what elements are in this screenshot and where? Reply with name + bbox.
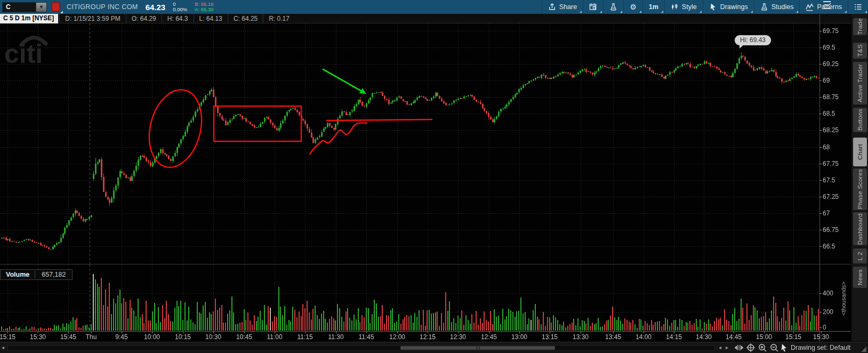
time-label: 14:30 bbox=[696, 333, 712, 341]
settings-button[interactable]: ⚙ bbox=[623, 0, 642, 14]
quick-study-button[interactable] bbox=[603, 0, 623, 14]
volume-tick-label: 200 bbox=[823, 308, 833, 316]
time-label: 15:45 bbox=[60, 333, 76, 341]
sidebar-tab-buttons[interactable]: Buttons bbox=[853, 108, 867, 132]
price-tick-dash bbox=[819, 164, 822, 164]
drawing-set-label[interactable]: Drawing set: Default bbox=[791, 344, 851, 351]
price-tick-label: 68 bbox=[823, 143, 830, 151]
pan-tool-icon[interactable] bbox=[734, 343, 744, 352]
chart-scrollbar-track[interactable] bbox=[7, 345, 714, 351]
crosshair-tool-icon[interactable] bbox=[746, 343, 756, 352]
last-price: 64.23 bbox=[146, 3, 166, 12]
chart-line-settings-icon[interactable] bbox=[822, 1, 832, 10]
time-label: 12:00 bbox=[389, 333, 405, 341]
bid-ask-stack: B: 65.16 A: 65.30 bbox=[195, 2, 213, 13]
time-label: 13:00 bbox=[511, 333, 527, 341]
bottom-toolbar: ◂ ◂ ▸ Drawing set: Default bbox=[0, 342, 868, 353]
symbol-dropdown-button[interactable]: ▼ bbox=[36, 3, 46, 12]
volume-study-label[interactable]: Volume 657,182 bbox=[0, 269, 73, 280]
price-tick-label: 67 bbox=[823, 210, 830, 217]
time-label: 10:30 bbox=[205, 333, 221, 341]
ohlc-cell-3: L: 64.13 bbox=[194, 14, 228, 23]
time-label: 11:30 bbox=[328, 333, 343, 341]
drawings-button[interactable]: Drawings bbox=[703, 0, 754, 14]
share-button[interactable]: Share bbox=[542, 0, 583, 14]
chart-descriptor[interactable]: C 5 D 1m [NYSE] bbox=[0, 14, 58, 23]
scroll-left-step-arrow[interactable]: ◂ bbox=[719, 344, 721, 351]
volume-tick-label: 400 bbox=[823, 290, 833, 297]
thinkorswim-chart-window: ▼ CITIGROUP INC COM 64.23 0 0.00% B: 65.… bbox=[0, 0, 868, 353]
price-tick-label: 69.25 bbox=[823, 60, 839, 68]
time-label: 10:00 bbox=[144, 333, 160, 341]
high-price-bubble[interactable]: Hi: 69.43 bbox=[735, 35, 771, 45]
sidebar-tab-trade[interactable]: Trade bbox=[853, 18, 867, 35]
chart-scrollbar-thumb[interactable] bbox=[400, 346, 555, 350]
ask-price: A: 65.30 bbox=[195, 7, 213, 13]
sidebar-tab-dashboard[interactable]: Dashboard bbox=[853, 212, 867, 245]
time-label: 9:45 bbox=[115, 333, 127, 341]
style-button[interactable]: Style bbox=[664, 0, 703, 14]
sidebar-tab-active-trader[interactable]: Active Trader bbox=[853, 62, 867, 105]
net-change-stack: 0 0.00% bbox=[173, 2, 187, 13]
ohlc-cell-4: C: 64.25 bbox=[228, 14, 263, 23]
time-axis[interactable]: 15:1515:3015:45Thu9:4510:0010:1510:3010:… bbox=[0, 332, 851, 342]
price-tick-dash bbox=[819, 213, 822, 214]
time-label: 12:45 bbox=[481, 333, 497, 341]
menu-button[interactable] bbox=[848, 0, 868, 14]
cursor-icon bbox=[709, 3, 717, 11]
scroll-right-step-arrow[interactable]: ▸ bbox=[726, 344, 728, 351]
ohlc-cell-0: D: 1/15/21 3:59 PM bbox=[59, 14, 125, 23]
sidebar-tab-label: Dashboard bbox=[857, 213, 863, 245]
volume-tick-dash bbox=[819, 312, 822, 312]
citi-watermark: citi bbox=[3, 29, 63, 68]
menu-icon bbox=[854, 3, 862, 11]
volume-label: Volume bbox=[1, 271, 35, 278]
sidebar-tab-label: Phase Scores bbox=[857, 169, 863, 209]
studies-button[interactable]: Studies bbox=[754, 0, 800, 14]
time-label: Thu bbox=[86, 333, 97, 341]
volume-value: 657,182 bbox=[35, 271, 72, 278]
price-tick-dash bbox=[819, 97, 822, 98]
price-chart-canvas[interactable] bbox=[0, 23, 819, 264]
scroll-left-arrow[interactable]: ◂ bbox=[2, 344, 4, 351]
timeframe-button[interactable]: 1m bbox=[642, 0, 664, 14]
sidebar-tab-l-2[interactable]: L 2 bbox=[853, 248, 867, 263]
price-tick-label: 68.5 bbox=[823, 110, 835, 117]
time-label: 15:15 bbox=[785, 333, 801, 341]
zoom-out-icon[interactable] bbox=[769, 343, 779, 352]
volume-chart-canvas[interactable] bbox=[0, 264, 819, 331]
sidebar-tab-label: News bbox=[857, 269, 863, 285]
calendar-icon bbox=[589, 3, 597, 11]
symbol-input[interactable] bbox=[3, 3, 36, 12]
price-tick-label: 67.25 bbox=[823, 193, 839, 200]
price-tick-dash bbox=[819, 81, 822, 81]
price-tick-label: 69.75 bbox=[823, 27, 839, 35]
symbol-box: ▼ bbox=[2, 2, 47, 12]
events-button[interactable] bbox=[583, 0, 603, 14]
resize-grip-icon[interactable] bbox=[861, 347, 866, 352]
pane-separator[interactable] bbox=[0, 264, 851, 264]
time-label: 13:15 bbox=[542, 333, 558, 341]
price-tick-dash bbox=[819, 197, 822, 197]
sidebar-tab-t-s[interactable]: T&S bbox=[853, 43, 867, 59]
sidebar-tab-chart[interactable]: Chart bbox=[853, 138, 867, 166]
price-tick-dash bbox=[819, 114, 822, 114]
alert-badge-icon[interactable] bbox=[51, 2, 60, 12]
sidebar-tab-phase-scores[interactable]: Phase Scores bbox=[853, 169, 867, 210]
price-tick-dash bbox=[819, 230, 822, 230]
ohlc-cell-1: O: 64.29 bbox=[126, 14, 162, 23]
time-label: 14:00 bbox=[636, 333, 652, 341]
flask-icon bbox=[760, 3, 768, 11]
company-name: CITIGROUP INC COM bbox=[67, 3, 138, 11]
price-tick-label: 67.5 bbox=[823, 176, 835, 184]
price-tick-dash bbox=[819, 147, 822, 148]
volume-tick-dash bbox=[819, 293, 822, 294]
zoom-in-icon[interactable] bbox=[758, 343, 767, 352]
timeframe-label: 1m bbox=[649, 3, 658, 11]
volume-unit-label: <thousands> bbox=[840, 282, 847, 316]
price-tick-dash bbox=[819, 246, 822, 247]
time-label: 15:30 bbox=[813, 333, 829, 341]
gear-icon: ⚙ bbox=[630, 3, 637, 11]
sidebar-tab-news[interactable]: News bbox=[853, 267, 867, 288]
pointer-tool-icon[interactable] bbox=[779, 343, 789, 352]
